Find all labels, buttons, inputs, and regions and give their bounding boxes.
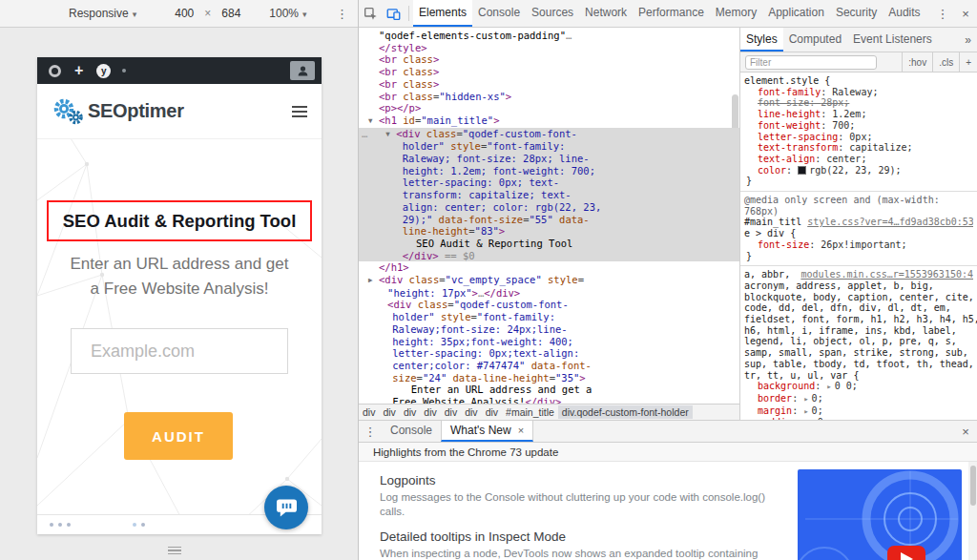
tab-elements[interactable]: Elements — [413, 0, 472, 27]
viewport-resize-handle[interactable] — [168, 547, 181, 555]
url-input[interactable] — [71, 328, 288, 374]
expand-icon[interactable]: ▸ — [803, 394, 808, 404]
whats-new-video-thumbnail[interactable] — [798, 469, 962, 560]
dom-node-line[interactable]: center;color: #747474" data-font- — [359, 360, 739, 372]
breadcrumb-item[interactable]: #main_title — [502, 405, 558, 419]
chat-widget-button[interactable] — [264, 486, 308, 529]
sidebar-tab-styles[interactable]: Styles — [740, 28, 783, 52]
dom-node-line[interactable]: height: 1.2em; font-weight: 700; — [359, 165, 739, 177]
breadcrumb-item[interactable]: div.qodef-custom-font-holder — [558, 405, 693, 419]
dom-node-line[interactable]: </h1> — [359, 261, 739, 274]
more-tabs-icon[interactable]: » — [959, 28, 977, 52]
dom-node-line[interactable]: line-height="83"> — [359, 225, 739, 238]
style-selector[interactable]: #main_titl — [744, 217, 801, 228]
gutter-ellipsis-icon[interactable]: … — [362, 128, 367, 140]
style-selector[interactable]: e > div { — [744, 228, 796, 239]
drawer-menu-icon[interactable]: ⋮ — [359, 421, 382, 442]
drawer-tab-what-s-new[interactable]: What's New× — [441, 421, 533, 442]
new-style-rule-icon[interactable]: + — [959, 52, 977, 72]
device-toolbar-menu-icon[interactable]: ⋮ — [336, 7, 348, 21]
breadcrumb-item[interactable]: div — [400, 405, 420, 419]
stylesheet-link[interactable]: modules.min.css…r=1553963150:4 — [800, 269, 973, 280]
dom-node-line[interactable]: <br class> — [359, 66, 739, 78]
style-property[interactable]: font-size: 28px; — [744, 97, 973, 109]
breadcrumb-item[interactable]: div — [441, 405, 461, 419]
dom-node-line[interactable]: 29);" data-font-size="55" data- — [359, 214, 739, 226]
tab-memory[interactable]: Memory — [710, 0, 762, 27]
drawer-close-icon[interactable]: × — [954, 421, 977, 442]
user-avatar-icon[interactable] — [290, 61, 315, 80]
style-property[interactable]: text-align: center; — [744, 154, 973, 165]
close-tab-icon[interactable]: × — [518, 425, 524, 436]
whats-new-item-title[interactable]: Detailed tooltips in Inspect Mode — [380, 529, 779, 544]
dom-node-line[interactable]: …▼<div class="qodef-custom-font- — [359, 128, 739, 141]
tab-security[interactable]: Security — [830, 0, 883, 27]
device-toolbar-toggle-icon[interactable] — [382, 0, 405, 27]
dom-node-line[interactable]: <p></p> — [359, 102, 739, 114]
style-selector[interactable]: legend, li, object, ol, p, pre, q, s, — [744, 336, 957, 347]
styles-filter-input[interactable] — [745, 55, 877, 70]
expand-icon[interactable]: ▸ — [803, 406, 808, 416]
devtools-close-icon[interactable]: × — [954, 0, 977, 27]
style-selector[interactable]: acronym, address, applet, b, big, — [744, 280, 934, 292]
style-property[interactable]: font-family: Raleway; — [744, 87, 973, 98]
dom-node-line[interactable]: <br class> — [359, 53, 739, 66]
dom-node-line[interactable]: "qodef-elements-custom-padding"… — [359, 30, 739, 42]
dom-node-line[interactable]: SEO Audit & Reporting Tool — [359, 238, 739, 250]
viewport-width-input[interactable]: 400 — [171, 6, 197, 21]
tab-application[interactable]: Application — [762, 0, 830, 27]
style-property[interactable]: font-weight: 700; — [744, 120, 973, 132]
dom-node-line[interactable]: align: center; color: rgb(22, 23, — [359, 201, 739, 214]
breadcrumb-item[interactable]: div — [461, 405, 481, 419]
breadcrumb-item[interactable]: div — [420, 405, 440, 419]
style-property[interactable]: letter-spacing: 0px; — [744, 132, 973, 143]
device-mode-select[interactable]: Responsive▾ — [69, 7, 136, 20]
dom-node-line[interactable]: <br class="hidden-xs"> — [359, 91, 739, 103]
style-property[interactable]: font-size: 26px!important; — [744, 239, 973, 251]
style-property[interactable]: text-transform: capitalize; — [744, 142, 973, 154]
dom-node-line[interactable]: size="24" data-line-height="35"> — [359, 372, 739, 384]
dom-node-line[interactable]: "height: 17px">…</div> — [359, 287, 739, 300]
tab-console[interactable]: Console — [472, 0, 526, 27]
dom-node-line[interactable]: Free Website Analysis!</div> — [359, 396, 739, 404]
dom-node-line[interactable]: <div class="qodef-custom-font- — [359, 299, 739, 311]
dom-node-line[interactable]: holder" style="font-family: — [359, 311, 739, 323]
dom-node-line[interactable]: ▶<div class="vc_empty_space" style= — [359, 274, 739, 287]
color-swatch-icon[interactable] — [798, 166, 806, 175]
add-new-icon[interactable]: + — [74, 63, 83, 78]
breadcrumb-item[interactable]: div — [379, 405, 399, 419]
sidebar-tab-event-listeners[interactable]: Event Listeners — [847, 28, 938, 52]
collapse-arrow-icon[interactable]: ▼ — [368, 115, 379, 128]
tab-sources[interactable]: Sources — [526, 0, 579, 27]
style-selector[interactable]: tr, tt, u, ul, var { — [744, 370, 859, 382]
dom-node-line[interactable]: Raleway;font-size: 24px;line- — [359, 323, 739, 336]
zoom-select[interactable]: 100%▾ — [269, 7, 306, 20]
dom-node-line[interactable]: letter-spacing: 0px; text- — [359, 176, 739, 189]
site-icon[interactable] — [49, 65, 61, 77]
dom-node-line[interactable]: <br class> — [359, 78, 739, 91]
viewport-height-input[interactable]: 684 — [218, 6, 244, 21]
dom-node-line[interactable]: Raleway; font-size: 28px; line- — [359, 153, 739, 165]
style-selector[interactable]: h6, html, i, iframe, ins, kbd, label, — [744, 325, 957, 337]
inspect-icon[interactable] — [359, 0, 382, 27]
whats-new-item-title[interactable]: Logpoints — [380, 473, 779, 487]
drawer-tab-console[interactable]: Console — [382, 421, 441, 442]
seoptimer-logo[interactable]: SEOptimer — [52, 97, 184, 126]
expand-icon[interactable]: ▸ — [826, 382, 831, 391]
collapse-arrow-icon[interactable]: ▼ — [385, 129, 396, 141]
class-toggle[interactable]: .cls — [932, 52, 959, 72]
dom-node-line[interactable]: holder" style="font-family: — [359, 140, 739, 153]
breadcrumb-item[interactable]: div — [359, 405, 379, 419]
pseudo-state-toggle[interactable]: :hov — [902, 52, 932, 72]
tab-network[interactable]: Network — [579, 0, 633, 27]
dom-node-line[interactable]: transform: capitalize; text- — [359, 189, 739, 201]
style-selector[interactable]: sup, table, tbody, td, tfoot, th, thead, — [744, 359, 974, 370]
dom-node-line[interactable]: </div> == $0 — [359, 250, 739, 262]
media-query[interactable]: @media only screen and (max-width: 768px… — [744, 195, 973, 217]
tab-audits[interactable]: Audits — [883, 0, 925, 27]
style-property[interactable]: margin: ▸0; — [744, 405, 973, 418]
yoast-icon[interactable]: y — [96, 64, 111, 78]
style-selector[interactable]: code, dd, del, dfn, div, dl, dt, em, — [744, 302, 951, 314]
dom-node-line[interactable]: letter-spacing: 0px;text-align: — [359, 347, 739, 360]
style-selector[interactable]: element.style { — [744, 75, 830, 87]
